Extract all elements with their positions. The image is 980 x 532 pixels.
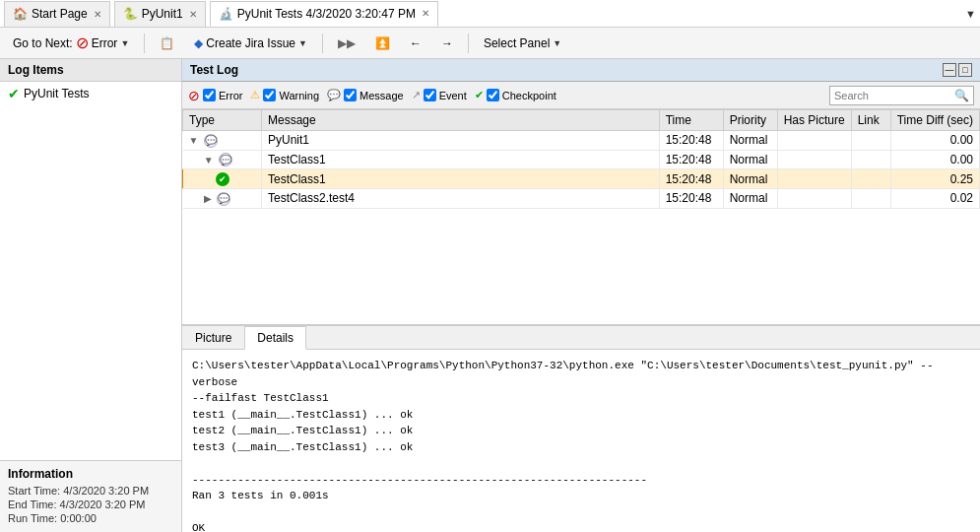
- row1-message: PyUnit1: [262, 131, 660, 151]
- nav-back-button[interactable]: 📋: [153, 31, 181, 56]
- row3-time: 15:20:48: [659, 169, 723, 189]
- row1-expand[interactable]: ▼: [189, 135, 199, 146]
- tab-details-label: Details: [257, 331, 294, 345]
- sep1: [144, 33, 145, 53]
- row3-has-picture: [777, 169, 851, 189]
- warning-checkbox[interactable]: [263, 89, 276, 101]
- tab-picture[interactable]: Picture: [182, 326, 244, 350]
- arrow-left-button[interactable]: ←: [403, 31, 428, 56]
- arrow-right-icon: →: [441, 36, 453, 50]
- row4-icon: 💬: [217, 192, 230, 206]
- tab-pyunit-tests-close[interactable]: ✕: [422, 8, 429, 19]
- row1-priority: Normal: [723, 131, 777, 151]
- end-time-value: 4/3/2020 3:20 PM: [60, 499, 146, 510]
- filter-checkpoint[interactable]: ✔ Checkpoint: [475, 89, 556, 101]
- table-row[interactable]: ▼ 💬 TestClass1 15:20:48 Normal 0.00: [183, 150, 980, 169]
- run-time-row: Run Time: 0:00:00: [8, 512, 173, 524]
- event-checkbox[interactable]: [424, 89, 436, 101]
- error-checkbox[interactable]: [203, 89, 216, 101]
- row4-expand[interactable]: ▶: [204, 193, 212, 204]
- left-panel: Log Items ✔ PyUnit Tests Information Sta…: [0, 59, 182, 532]
- error-filter-icon: ⊘: [188, 88, 200, 103]
- col-link[interactable]: Link: [851, 110, 890, 131]
- filter-message[interactable]: 💬 Message: [327, 89, 404, 101]
- arrow-right-button[interactable]: →: [434, 31, 460, 56]
- table-row[interactable]: ✔ TestClass1 15:20:48 Normal 0.25: [183, 169, 980, 189]
- sep3: [468, 33, 469, 53]
- go-to-next-button[interactable]: Go to Next: ⊘ Error ▼: [6, 30, 136, 56]
- col-message[interactable]: Message: [262, 110, 660, 131]
- message-filter-label: Message: [359, 90, 404, 101]
- tab-picture-label: Picture: [195, 331, 231, 345]
- tab-pyunit-tests[interactable]: 🔬 PyUnit Tests 4/3/2020 3:20:47 PM ✕: [210, 1, 438, 27]
- search-box[interactable]: 🔍: [829, 86, 974, 105]
- stop-icon: ⏫: [375, 36, 390, 50]
- table-row[interactable]: ▼ 💬 PyUnit1 15:20:48 Normal 0.00: [183, 131, 980, 151]
- filter-bar: ⊘ Error ⚠ Warning 💬 Message ↗ Event ✔: [182, 82, 980, 109]
- row2-time: 15:20:48: [659, 150, 723, 169]
- col-time-diff[interactable]: Time Diff (sec): [890, 110, 979, 131]
- tab-start-page-close[interactable]: ✕: [94, 9, 101, 20]
- event-filter-icon: ↗: [412, 89, 421, 101]
- maximize-button[interactable]: □: [958, 63, 972, 77]
- information-header: Information: [8, 467, 173, 481]
- tab-pyunit-tests-label: PyUnit Tests 4/3/2020 3:20:47 PM: [237, 7, 416, 21]
- tab-details[interactable]: Details: [244, 326, 306, 350]
- arrow-left-icon: ←: [410, 36, 422, 50]
- run-button[interactable]: ▶▶: [331, 31, 362, 56]
- warning-filter-icon: ⚠: [250, 89, 260, 101]
- row3-message: TestClass1: [262, 169, 660, 189]
- window-controls: — □: [943, 63, 972, 77]
- col-type[interactable]: Type: [183, 110, 262, 131]
- error-dropdown-arrow[interactable]: ▼: [120, 38, 129, 48]
- error-filter-label: Error: [219, 90, 242, 101]
- checkpoint-filter-label: Checkpoint: [502, 90, 556, 101]
- filter-error[interactable]: ⊘ Error: [188, 88, 242, 103]
- table-row[interactable]: ▶ 💬 TestClass2.test4 15:20:48 Normal 0.0…: [183, 189, 980, 209]
- tab-pyunit1-close[interactable]: ✕: [189, 9, 197, 20]
- end-time-label: End Time:: [8, 499, 57, 510]
- row4-has-picture: [777, 189, 851, 209]
- title-bar-expand[interactable]: ▼: [965, 8, 976, 20]
- pass-icon: ✔: [8, 86, 20, 101]
- checkpoint-checkbox[interactable]: [487, 89, 499, 101]
- log-item-pyunit-tests[interactable]: ✔ PyUnit Tests: [0, 82, 181, 105]
- jira-dropdown-arrow[interactable]: ▼: [298, 38, 307, 48]
- detail-text: C:\Users\tester\AppData\Local\Programs\P…: [192, 358, 970, 532]
- select-panel-button[interactable]: Select Panel ▼: [477, 31, 568, 56]
- create-jira-button[interactable]: ◆ Create Jira Issue ▼: [187, 31, 314, 56]
- minimize-button[interactable]: —: [943, 63, 956, 77]
- filter-event[interactable]: ↗ Event: [412, 89, 467, 101]
- start-page-icon: 🏠: [13, 7, 28, 21]
- run-time-label: Run Time:: [8, 512, 57, 524]
- toolbar: Go to Next: ⊘ Error ▼ 📋 ◆ Create Jira Is…: [0, 28, 980, 59]
- col-priority[interactable]: Priority: [723, 110, 777, 131]
- select-panel-arrow[interactable]: ▼: [553, 38, 561, 48]
- select-panel-label: Select Panel: [484, 36, 550, 50]
- stop-button[interactable]: ⏫: [368, 31, 397, 56]
- start-time-value: 4/3/2020 3:20 PM: [63, 485, 149, 497]
- search-input[interactable]: [834, 90, 952, 101]
- row2-expand[interactable]: ▼: [204, 155, 214, 166]
- go-next-label: Go to Next:: [13, 36, 73, 50]
- row3-type: ✔: [183, 169, 262, 189]
- col-has-picture[interactable]: Has Picture: [777, 110, 851, 131]
- filter-warning[interactable]: ⚠ Warning: [250, 89, 319, 101]
- row4-time: 15:20:48: [659, 189, 723, 209]
- row2-has-picture: [777, 150, 851, 169]
- tab-start-page-label: Start Page: [32, 7, 88, 21]
- tab-pyunit1-label: PyUnit1: [142, 7, 183, 21]
- tab-pyunit1[interactable]: 🐍 PyUnit1 ✕: [114, 1, 206, 27]
- tab-start-page[interactable]: 🏠 Start Page ✕: [4, 1, 110, 27]
- log-table: Type Message Time Priority Has Picture L…: [182, 109, 980, 325]
- row1-time: 15:20:48: [659, 131, 723, 151]
- start-time-row: Start Time: 4/3/2020 3:20 PM: [8, 485, 173, 497]
- test-log-header: Test Log — □: [182, 59, 980, 82]
- message-checkbox[interactable]: [344, 89, 357, 101]
- row2-link: [851, 150, 890, 169]
- col-time[interactable]: Time: [659, 110, 723, 131]
- jira-icon: ◆: [194, 36, 203, 50]
- log-table-grid: Type Message Time Priority Has Picture L…: [182, 109, 980, 209]
- details-panel: Picture Details C:\Users\tester\AppData\…: [182, 325, 980, 532]
- event-filter-label: Event: [439, 90, 467, 101]
